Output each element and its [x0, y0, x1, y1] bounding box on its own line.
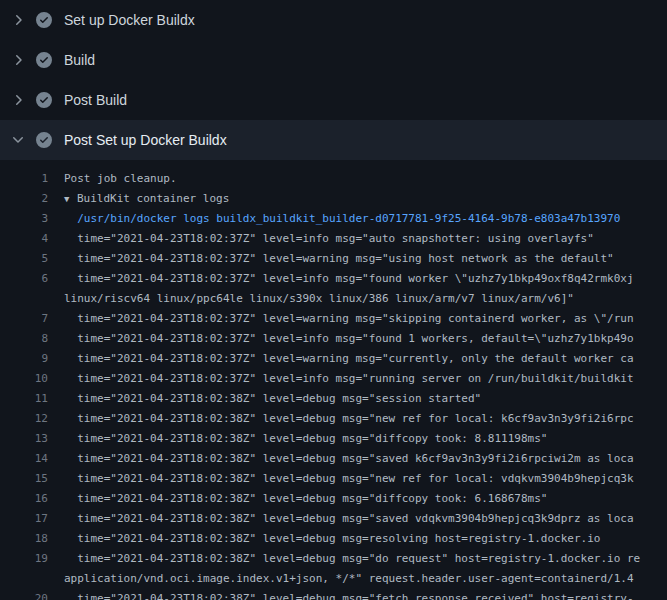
log-line-text: time="2021-04-23T18:02:38Z" level=debug … — [48, 452, 634, 465]
step-set-up-docker-buildx[interactable]: Set up Docker Buildx — [0, 0, 667, 40]
log-line-number[interactable]: 9 — [0, 352, 48, 365]
log-line-number[interactable]: 5 — [0, 252, 48, 265]
check-circle-icon — [36, 12, 52, 28]
log-line-continuation: application/vnd.oci.image.index.v1+json,… — [0, 568, 667, 588]
log-line-number[interactable]: 13 — [0, 432, 48, 445]
chevron-right-icon[interactable] — [10, 12, 26, 28]
chevron-down-icon[interactable] — [10, 132, 26, 148]
log-line: 6 time="2021-04-23T18:02:37Z" level=info… — [0, 268, 667, 288]
log-line: 16 time="2021-04-23T18:02:38Z" level=deb… — [0, 488, 667, 508]
log-line-text: time="2021-04-23T18:02:37Z" level=info m… — [48, 232, 594, 245]
log-command-text: /usr/bin/docker logs buildx_buildkit_bui… — [48, 212, 620, 225]
log-line-number[interactable]: 12 — [0, 412, 48, 425]
log-line-number[interactable]: 18 — [0, 532, 48, 545]
log-line-text: time="2021-04-23T18:02:37Z" level=warnin… — [48, 352, 634, 365]
log-line-text: time="2021-04-23T18:02:37Z" level=warnin… — [48, 252, 614, 265]
log-line-number[interactable]: 3 — [0, 212, 48, 225]
log-line: 17 time="2021-04-23T18:02:38Z" level=deb… — [0, 508, 667, 528]
log-line-number[interactable]: 19 — [0, 552, 48, 565]
step-title: Post Set up Docker Buildx — [64, 132, 227, 148]
log-line-text: time="2021-04-23T18:02:38Z" level=debug … — [48, 592, 634, 600]
log-line-number[interactable]: 10 — [0, 372, 48, 385]
log-line: 5 time="2021-04-23T18:02:37Z" level=warn… — [0, 248, 667, 268]
step-title: Post Build — [64, 92, 127, 108]
log-line-number[interactable]: 7 — [0, 312, 48, 325]
log-line-text[interactable]: ▼BuildKit container logs — [48, 192, 229, 205]
workflow-log-viewer: Set up Docker BuildxBuildPost BuildPost … — [0, 0, 667, 600]
log-line: 10 time="2021-04-23T18:02:37Z" level=inf… — [0, 368, 667, 388]
log-line-number[interactable]: 16 — [0, 492, 48, 505]
log-line: 18 time="2021-04-23T18:02:38Z" level=deb… — [0, 528, 667, 548]
step-build[interactable]: Build — [0, 40, 667, 80]
check-circle-icon — [36, 92, 52, 108]
log-line-number[interactable]: 2 — [0, 192, 48, 205]
log-line: 19 time="2021-04-23T18:02:38Z" level=deb… — [0, 548, 667, 568]
group-expanded-icon[interactable]: ▼ — [64, 194, 77, 204]
log-line-text: linux/riscv64 linux/ppc64le linux/s390x … — [48, 292, 574, 305]
log-line-text: time="2021-04-23T18:02:38Z" level=debug … — [48, 532, 600, 545]
log-line-text: time="2021-04-23T18:02:38Z" level=debug … — [48, 472, 634, 485]
check-circle-icon — [36, 132, 52, 148]
log-line-text: time="2021-04-23T18:02:37Z" level=info m… — [48, 332, 634, 345]
log-line-text: time="2021-04-23T18:02:37Z" level=warnin… — [48, 312, 634, 325]
log-line: 12 time="2021-04-23T18:02:38Z" level=deb… — [0, 408, 667, 428]
log-line: 7 time="2021-04-23T18:02:37Z" level=warn… — [0, 308, 667, 328]
log-line-continuation: linux/riscv64 linux/ppc64le linux/s390x … — [0, 288, 667, 308]
log-line: 1Post job cleanup. — [0, 168, 667, 188]
log-line-text: time="2021-04-23T18:02:38Z" level=debug … — [48, 512, 634, 525]
log-line-number[interactable]: 17 — [0, 512, 48, 525]
log-line: 2▼BuildKit container logs — [0, 188, 667, 208]
log-line-number[interactable]: 8 — [0, 332, 48, 345]
step-title: Build — [64, 52, 95, 68]
log-section: 1Post job cleanup.2▼BuildKit container l… — [0, 160, 667, 600]
log-line-number[interactable]: 14 — [0, 452, 48, 465]
log-line-text: Post job cleanup. — [48, 172, 177, 185]
log-line-number[interactable]: 1 — [0, 172, 48, 185]
step-title: Set up Docker Buildx — [64, 12, 195, 28]
check-circle-icon — [36, 52, 52, 68]
log-line-number[interactable]: 15 — [0, 472, 48, 485]
log-line-text: time="2021-04-23T18:02:38Z" level=debug … — [48, 392, 481, 405]
chevron-right-icon[interactable] — [10, 92, 26, 108]
log-line-text: time="2021-04-23T18:02:37Z" level=info m… — [48, 272, 634, 285]
log-line: 9 time="2021-04-23T18:02:37Z" level=warn… — [0, 348, 667, 368]
chevron-right-icon[interactable] — [10, 52, 26, 68]
log-line-number[interactable]: 11 — [0, 392, 48, 405]
log-line-number[interactable]: 4 — [0, 232, 48, 245]
log-line: 14 time="2021-04-23T18:02:38Z" level=deb… — [0, 448, 667, 468]
log-line: 4 time="2021-04-23T18:02:37Z" level=info… — [0, 228, 667, 248]
log-line: 3 /usr/bin/docker logs buildx_buildkit_b… — [0, 208, 667, 228]
step-post-build[interactable]: Post Build — [0, 80, 667, 120]
log-line-text: time="2021-04-23T18:02:38Z" level=debug … — [48, 552, 640, 565]
log-line-text: time="2021-04-23T18:02:37Z" level=info m… — [48, 372, 634, 385]
log-line: 13 time="2021-04-23T18:02:38Z" level=deb… — [0, 428, 667, 448]
log-line: 20 time="2021-04-23T18:02:38Z" level=deb… — [0, 588, 667, 600]
log-line: 11 time="2021-04-23T18:02:38Z" level=deb… — [0, 388, 667, 408]
log-line-number[interactable]: 20 — [0, 592, 48, 600]
step-post-set-up-docker-buildx[interactable]: Post Set up Docker Buildx — [0, 120, 667, 160]
log-line-text: time="2021-04-23T18:02:38Z" level=debug … — [48, 432, 547, 445]
log-line: 8 time="2021-04-23T18:02:37Z" level=info… — [0, 328, 667, 348]
log-line-number[interactable]: 6 — [0, 272, 48, 285]
log-line-text: time="2021-04-23T18:02:38Z" level=debug … — [48, 412, 634, 425]
log-line: 15 time="2021-04-23T18:02:38Z" level=deb… — [0, 468, 667, 488]
log-line-text: time="2021-04-23T18:02:38Z" level=debug … — [48, 492, 547, 505]
steps-list: Set up Docker BuildxBuildPost BuildPost … — [0, 0, 667, 160]
log-line-text: application/vnd.oci.image.index.v1+json,… — [48, 572, 634, 585]
